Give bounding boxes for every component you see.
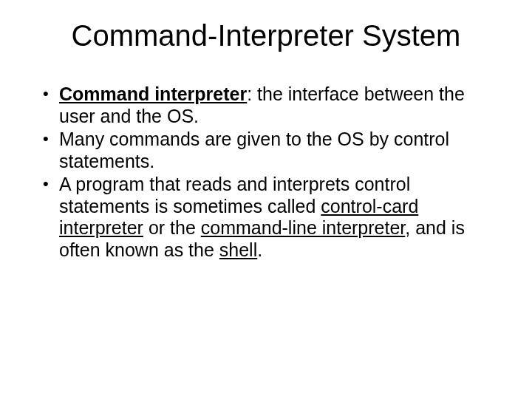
bullet-text: or the (143, 217, 201, 238)
bullet-text: . (257, 239, 262, 260)
list-item: Command interpreter: the interface betwe… (43, 83, 497, 127)
term-command-interpreter: Command interpreter (59, 83, 247, 104)
list-item: A program that reads and interprets cont… (43, 174, 497, 261)
list-item: Many commands are given to the OS by con… (43, 129, 497, 172)
slide-title: Command-Interpreter System (35, 19, 497, 52)
term-command-line-interpreter: command-line interpreter (201, 217, 406, 238)
term-shell: shell (219, 239, 257, 260)
bullet-list: Command interpreter: the interface betwe… (35, 83, 497, 261)
slide: Command-Interpreter System Command inter… (0, 0, 532, 399)
bullet-text: Many commands are given to the OS by con… (59, 129, 449, 171)
